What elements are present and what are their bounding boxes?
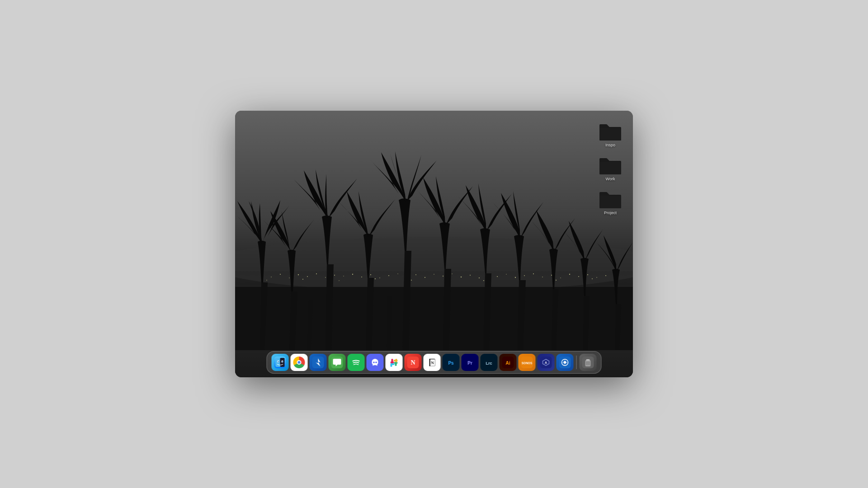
folder-project-label: Project <box>604 211 617 215</box>
svg-point-28 <box>488 274 489 275</box>
svg-rect-73 <box>396 359 397 362</box>
folder-inspo[interactable]: Inspo <box>597 120 624 149</box>
svg-rect-0 <box>235 111 633 350</box>
dock-app-spotify[interactable] <box>348 354 365 371</box>
svg-point-17 <box>388 275 389 276</box>
svg-point-10 <box>325 277 326 278</box>
svg-point-65 <box>373 361 375 363</box>
slack-icon <box>388 357 400 368</box>
news-icon: N <box>407 357 419 368</box>
sonos-icon: SONOS <box>521 357 533 368</box>
svg-rect-52 <box>235 287 633 350</box>
svg-point-13 <box>352 274 353 275</box>
dock-app-news[interactable]: N <box>405 354 422 371</box>
svg-point-18 <box>397 273 398 274</box>
trash-icon <box>582 357 594 368</box>
dock-app-slack[interactable] <box>386 354 403 371</box>
svg-point-50 <box>556 280 557 281</box>
svg-point-60 <box>282 361 283 362</box>
proxyman-icon <box>559 357 571 368</box>
svg-rect-2 <box>235 271 633 276</box>
dock-app-trash[interactable] <box>580 354 597 371</box>
svg-point-49 <box>519 279 520 279</box>
svg-point-8 <box>307 276 308 277</box>
svg-point-22 <box>434 274 434 275</box>
folder-inspo-icon <box>599 122 622 141</box>
svg-point-20 <box>415 274 416 275</box>
desktop-screen: Inspo Work Project <box>235 111 633 377</box>
svg-point-24 <box>452 273 452 274</box>
svg-point-42 <box>266 280 267 281</box>
svg-point-3 <box>262 275 263 276</box>
folder-project[interactable]: Project <box>597 188 624 217</box>
svg-point-29 <box>497 276 498 277</box>
svg-point-37 <box>569 274 570 275</box>
svg-point-38 <box>578 276 579 277</box>
dock-app-illustrator[interactable]: Ai <box>500 354 517 371</box>
svg-point-14 <box>361 277 362 277</box>
dock-app-notion[interactable]: N <box>424 354 441 371</box>
svg-point-36 <box>560 277 561 278</box>
wallpaper <box>235 111 633 377</box>
dock-app-sonos[interactable]: SONOS <box>519 354 536 371</box>
svg-point-25 <box>461 277 462 277</box>
chrome-icon <box>293 357 305 368</box>
folder-work[interactable]: Work <box>597 154 624 183</box>
illustrator-icon: Ai <box>502 357 514 368</box>
dock-app-lightroom[interactable]: Lrc <box>481 354 498 371</box>
svg-rect-100 <box>586 359 590 361</box>
svg-point-21 <box>425 277 425 278</box>
dock-app-premiere[interactable]: Pr <box>462 354 479 371</box>
svg-text:Lrc: Lrc <box>486 361 492 366</box>
dock-app-finder[interactable] <box>272 354 289 371</box>
svg-rect-69 <box>391 361 394 363</box>
svg-text:N: N <box>431 361 434 365</box>
svg-point-35 <box>551 275 552 276</box>
dock: N N Ps Pr <box>267 351 602 374</box>
svg-point-59 <box>278 361 279 362</box>
svg-point-30 <box>506 274 506 274</box>
svg-point-34 <box>542 277 543 277</box>
dock-app-chrome[interactable] <box>291 354 308 371</box>
svg-text:SONOS: SONOS <box>522 361 533 365</box>
svg-point-47 <box>447 278 448 279</box>
svg-point-16 <box>379 277 380 278</box>
dock-app-transloader[interactable]: A <box>538 354 555 371</box>
svg-text:Ai: Ai <box>506 361 510 366</box>
svg-point-45 <box>375 278 376 279</box>
messages-icon <box>331 357 343 368</box>
lightroom-icon: Lrc <box>483 357 495 368</box>
dock-app-messages[interactable] <box>329 354 346 371</box>
dock-app-proxyman[interactable] <box>557 354 574 371</box>
svg-point-1 <box>235 237 633 291</box>
dock-app-photoshop[interactable]: Ps <box>443 354 460 371</box>
svg-text:N: N <box>410 359 415 366</box>
svg-point-48 <box>483 280 484 281</box>
svg-point-66 <box>375 361 377 363</box>
svg-point-7 <box>298 274 299 275</box>
discord-icon <box>369 357 381 368</box>
svg-point-32 <box>524 275 525 276</box>
folder-work-icon <box>599 155 622 175</box>
svg-point-43 <box>302 279 303 280</box>
svg-point-46 <box>411 280 412 281</box>
svg-text:Pr: Pr <box>467 361 472 366</box>
svg-point-9 <box>316 273 317 274</box>
svg-point-41 <box>605 275 606 276</box>
notion-icon: N <box>426 357 438 368</box>
svg-point-19 <box>406 276 407 277</box>
folder-inspo-label: Inspo <box>605 143 615 147</box>
svg-point-26 <box>470 275 471 276</box>
svg-point-31 <box>515 277 516 278</box>
svg-point-5 <box>280 274 281 275</box>
dock-app-discord[interactable] <box>367 354 384 371</box>
folder-project-icon <box>599 189 622 209</box>
folder-work-label: Work <box>606 177 615 181</box>
desktop-icons: Inspo Work Project <box>597 120 624 217</box>
svg-point-15 <box>370 274 371 275</box>
svg-point-11 <box>334 275 335 276</box>
photoshop-icon: Ps <box>445 357 457 368</box>
dock-separator <box>576 356 577 369</box>
svg-point-27 <box>479 277 480 278</box>
dock-app-spark[interactable] <box>310 354 327 371</box>
